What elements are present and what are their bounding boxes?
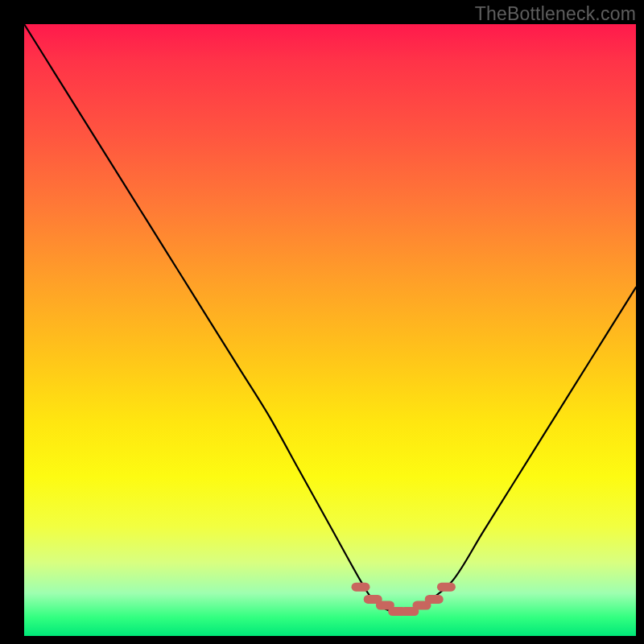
bottleneck-curve-path — [24, 24, 636, 613]
optimal-range-markers — [356, 587, 451, 611]
bottleneck-chart — [24, 24, 636, 636]
attribution-text: TheBottleneck.com — [475, 3, 636, 25]
plot-area — [24, 24, 636, 636]
